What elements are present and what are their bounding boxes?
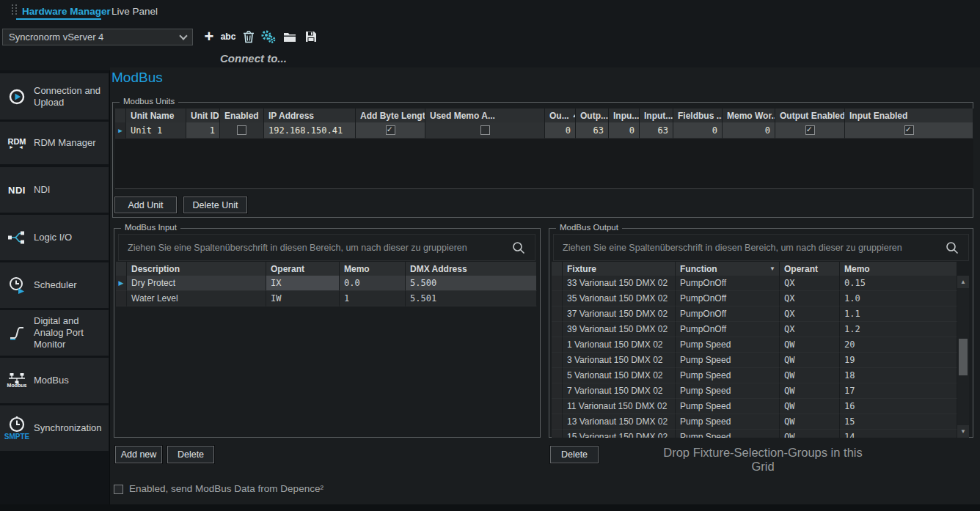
cell[interactable]: 1 Varionaut 150 DMX 02 <box>563 337 676 353</box>
col-header-description[interactable]: Description <box>127 262 266 276</box>
cell[interactable] <box>425 122 545 139</box>
col-header-row-marker[interactable] <box>552 262 563 276</box>
cell[interactable] <box>552 337 563 353</box>
cell[interactable]: 15 Varionaut 150 DMX 02 <box>563 430 676 438</box>
drag-grip-icon[interactable] <box>12 4 18 18</box>
table-row[interactable]: 3 Varionaut 150 DMX 02Pump SpeedQW19 <box>552 353 969 368</box>
sidebar-item-port-monitor[interactable]: Digital and Analog Port Monitor <box>0 310 109 356</box>
cell[interactable]: 19 <box>840 353 957 368</box>
sidebar-item-modbus[interactable]: Modbus ModBus <box>0 358 109 403</box>
cell[interactable]: 39 Varionaut 150 DMX 02 <box>563 322 676 337</box>
sidebar-item-synchronization[interactable]: SMPTE Synchronization <box>0 405 109 451</box>
col-header-input[interactable]: Input... <box>640 109 673 122</box>
cell[interactable]: 7 Varionaut 150 DMX 02 <box>563 383 676 399</box>
input-groupby-bar[interactable]: Ziehen Sie eine Spaltenüberschrift in di… <box>118 234 535 261</box>
col-header-operant[interactable]: Operant <box>266 262 340 276</box>
search-icon[interactable] <box>511 240 526 255</box>
cell[interactable]: Pump Speed <box>676 399 780 414</box>
output-scrollbar[interactable]: ▲ ▼ <box>957 276 969 438</box>
checkbox[interactable] <box>237 125 246 135</box>
table-row[interactable]: Water LevelIW15.501 <box>116 291 537 306</box>
cell[interactable]: QW <box>780 414 840 430</box>
cell[interactable]: QX <box>780 291 840 306</box>
cell[interactable]: 1.2 <box>840 322 957 337</box>
cell[interactable]: IW <box>266 291 340 306</box>
col-header-unit-id[interactable]: Unit ID <box>186 109 220 122</box>
col-header-ip-address[interactable]: IP Address <box>264 109 356 122</box>
cell[interactable]: 5.501 <box>406 291 537 306</box>
col-header-row-marker[interactable] <box>115 109 126 122</box>
sidebar-item-logic-io[interactable]: Logic I/O <box>0 215 109 260</box>
filter-icon[interactable]: ▼ <box>769 265 775 272</box>
cell[interactable]: 3 Varionaut 150 DMX 02 <box>563 353 676 368</box>
cell[interactable]: 0.0 <box>340 276 406 291</box>
cell[interactable]: QX <box>780 322 840 337</box>
open-folder-icon[interactable] <box>282 29 298 45</box>
cell[interactable]: 13 Varionaut 150 DMX 02 <box>563 414 676 430</box>
cell[interactable]: QW <box>780 353 840 368</box>
table-row[interactable]: 5 Varionaut 150 DMX 02Pump SpeedQW18 <box>552 368 969 383</box>
table-row[interactable]: ▶Unit 11192.168.150.4106306300 <box>115 122 973 139</box>
cell[interactable]: QW <box>780 337 840 353</box>
cell[interactable]: 37 Varionaut 150 DMX 02 <box>563 306 676 322</box>
cell[interactable]: 1 <box>186 122 220 139</box>
cell[interactable] <box>552 276 563 291</box>
col-header-output-enabled[interactable]: Output Enabled <box>775 109 845 122</box>
sidebar-item-scheduler[interactable]: Scheduler <box>0 262 109 308</box>
table-row[interactable]: 7 Varionaut 150 DMX 02Pump SpeedQW17 <box>552 383 969 399</box>
cell[interactable]: 35 Varionaut 150 DMX 02 <box>563 291 676 306</box>
col-header-fixture[interactable]: Fixture <box>563 262 676 276</box>
cell[interactable] <box>552 353 563 368</box>
cell[interactable]: 33 Varionaut 150 DMX 02 <box>563 276 676 291</box>
cell[interactable]: Dry Protect <box>127 276 266 291</box>
cell[interactable]: 192.168.150.41 <box>264 122 356 139</box>
cell[interactable]: Pump Speed <box>676 368 780 383</box>
checkbox[interactable] <box>480 125 490 135</box>
save-floppy-icon[interactable] <box>303 29 319 45</box>
cell[interactable]: QW <box>780 368 840 383</box>
cell[interactable]: QW <box>780 399 840 414</box>
table-row[interactable]: 1 Varionaut 150 DMX 02Pump SpeedQW20 <box>552 337 969 353</box>
cell[interactable] <box>552 430 563 438</box>
add-button[interactable]: + <box>201 29 217 45</box>
col-header-function[interactable]: Function▼ <box>676 262 780 276</box>
delete-output-button[interactable]: Delete <box>550 446 599 463</box>
trash-icon[interactable] <box>241 29 257 45</box>
cell[interactable]: 15 <box>840 414 957 430</box>
sidebar-item-rdm-manager[interactable]: RDM ► ◄ RDM Manager <box>0 122 109 164</box>
delete-input-button[interactable]: Delete <box>167 446 214 463</box>
cell[interactable] <box>356 122 425 139</box>
cell[interactable]: 14 <box>840 430 957 438</box>
table-row[interactable]: ▶Dry ProtectIX0.05.500 <box>116 276 537 291</box>
cell[interactable]: 5 Varionaut 150 DMX 02 <box>563 368 676 383</box>
checkbox[interactable] <box>386 125 395 135</box>
cell[interactable]: ▶ <box>115 122 126 139</box>
device-select[interactable]: Syncronorm vServer 4 <box>2 29 193 45</box>
cell[interactable]: 0 <box>545 122 576 139</box>
col-header-unit-name[interactable]: Unit Name <box>126 109 186 122</box>
table-row[interactable]: 15 Varionaut 150 DMX 02Pump SpeedQW14 <box>552 430 969 438</box>
cell[interactable]: PumpOnOff <box>676 276 780 291</box>
cell[interactable] <box>845 122 973 139</box>
cell[interactable]: QX <box>780 276 840 291</box>
cell[interactable]: QX <box>780 306 840 322</box>
cell[interactable]: 63 <box>576 122 609 139</box>
col-header-used-memo-a[interactable]: Used Memo A... <box>425 109 545 122</box>
delete-unit-button[interactable]: Delete Unit <box>183 196 247 213</box>
tab-hardware-manager[interactable]: Hardware Manager <box>22 6 111 17</box>
cell[interactable] <box>220 122 264 139</box>
cell[interactable] <box>775 122 845 139</box>
cell[interactable]: PumpOnOff <box>676 322 780 337</box>
cell[interactable]: Pump Speed <box>676 383 780 399</box>
col-header-outp[interactable]: Outp... <box>576 109 609 122</box>
scroll-down-icon[interactable]: ▼ <box>957 425 969 438</box>
table-row[interactable]: 35 Varionaut 150 DMX 02PumpOnOffQX1.0 <box>552 291 969 306</box>
cell[interactable]: Pump Speed <box>676 337 780 353</box>
cell[interactable] <box>552 383 563 399</box>
table-row[interactable]: 33 Varionaut 150 DMX 02PumpOnOffQX0.15 <box>552 276 969 291</box>
table-row[interactable]: 37 Varionaut 150 DMX 02PumpOnOffQX1.1 <box>552 306 969 322</box>
col-header-memo[interactable]: Memo <box>840 262 957 276</box>
add-unit-button[interactable]: Add Unit <box>114 196 177 213</box>
cell[interactable]: ▶ <box>116 276 127 291</box>
cell[interactable]: 1 <box>340 291 406 306</box>
